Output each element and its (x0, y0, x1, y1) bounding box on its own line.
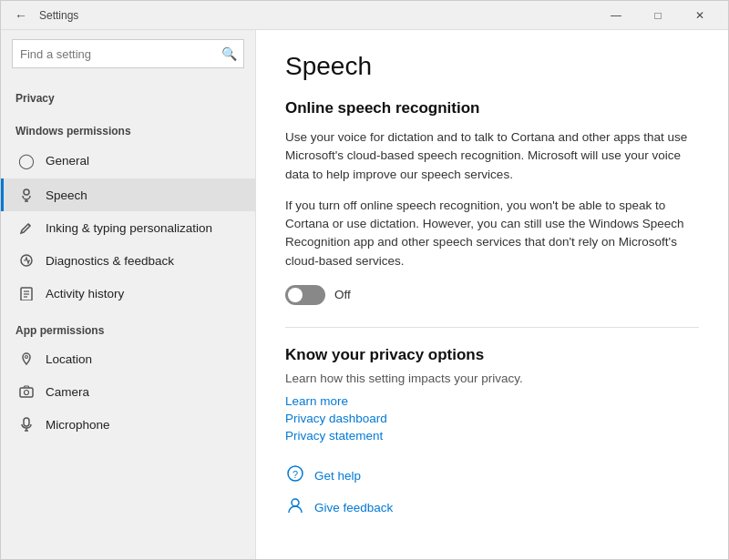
description-1: Use your voice for dictation and to talk… (285, 128, 699, 184)
maximize-button[interactable]: □ (637, 1, 679, 30)
online-section-title: Online speech recognition (285, 99, 699, 117)
search-input[interactable] (12, 39, 244, 68)
give-feedback-icon (285, 496, 305, 519)
sidebar-item-activity[interactable]: Activity history (1, 277, 255, 310)
sidebar-item-microphone[interactable]: Microphone (1, 408, 255, 441)
privacy-section-title: Know your privacy options (285, 346, 699, 364)
general-icon: ◯ (18, 152, 35, 169)
get-help-label: Get help (314, 469, 361, 483)
camera-icon (18, 384, 35, 399)
sidebar-item-speech[interactable]: Speech (1, 178, 255, 211)
diagnostics-icon (18, 253, 35, 268)
privacy-dashboard-link[interactable]: Privacy dashboard (285, 412, 699, 425)
titlebar: ← Settings — □ ✕ (1, 1, 728, 30)
speech-toggle[interactable] (285, 285, 325, 305)
toggle-knob (288, 288, 303, 302)
sidebar-item-label-camera: Camera (46, 385, 89, 399)
sidebar-item-label-speech: Speech (46, 188, 87, 202)
activity-icon (18, 286, 35, 300)
sidebar-item-diagnostics[interactable]: Diagnostics & feedback (1, 244, 255, 277)
sidebar-item-label-general: General (46, 154, 89, 168)
description-2: If you turn off online speech recognitio… (285, 197, 699, 270)
sidebar-item-label-activity: Activity history (46, 287, 124, 300)
page-title: Speech (285, 52, 699, 81)
svg-point-0 (24, 189, 29, 195)
sidebar-item-camera[interactable]: Camera (1, 375, 255, 408)
window-controls: — □ ✕ (595, 1, 721, 30)
svg-rect-11 (24, 418, 29, 426)
toggle-row: Off (285, 285, 699, 305)
svg-point-10 (25, 391, 29, 395)
settings-window: ← Settings — □ ✕ 🔍 Privacy Windows permi… (0, 0, 729, 560)
privacy-subtitle: Learn how this setting impacts your priv… (285, 372, 699, 385)
content-area: 🔍 Privacy Windows permissions ◯ General (1, 30, 728, 559)
sidebar-item-general[interactable]: ◯ General (1, 143, 255, 178)
speech-icon (18, 188, 35, 202)
windows-permissions-label: Windows permissions (1, 110, 255, 143)
privacy-statement-link[interactable]: Privacy statement (285, 429, 699, 443)
app-permissions-label: App permissions (1, 310, 255, 342)
give-feedback-item[interactable]: Give feedback (285, 496, 699, 519)
give-feedback-label: Give feedback (314, 501, 393, 514)
inking-icon (18, 220, 35, 235)
main-panel: Speech Online speech recognition Use you… (256, 30, 728, 559)
svg-point-8 (26, 356, 28, 359)
get-help-item[interactable]: ? Get help (285, 464, 699, 487)
sidebar-item-label-location: Location (46, 352, 92, 366)
window-title: Settings (39, 9, 595, 22)
toggle-label: Off (334, 288, 351, 301)
sidebar-item-location[interactable]: Location (1, 342, 255, 375)
svg-text:?: ? (293, 468, 298, 479)
search-icon: 🔍 (221, 46, 237, 61)
learn-more-link[interactable]: Learn more (285, 394, 699, 408)
svg-rect-9 (20, 388, 33, 397)
location-icon (18, 351, 35, 366)
microphone-icon (18, 417, 35, 432)
sidebar: 🔍 Privacy Windows permissions ◯ General (1, 30, 256, 559)
sidebar-item-label-diagnostics: Diagnostics & feedback (46, 254, 174, 268)
divider (285, 327, 699, 328)
back-button[interactable]: ← (8, 3, 34, 28)
sidebar-item-label-microphone: Microphone (46, 418, 110, 432)
minimize-button[interactable]: — (595, 1, 637, 30)
help-section: ? Get help Give feedback (285, 464, 699, 519)
privacy-label: Privacy (1, 77, 255, 110)
close-button[interactable]: ✕ (679, 1, 721, 30)
sidebar-item-label-inking: Inking & typing personalization (46, 221, 212, 235)
get-help-icon: ? (285, 464, 305, 487)
search-container: 🔍 (12, 39, 244, 68)
svg-point-16 (292, 499, 299, 506)
sidebar-item-inking[interactable]: Inking & typing personalization (1, 211, 255, 244)
